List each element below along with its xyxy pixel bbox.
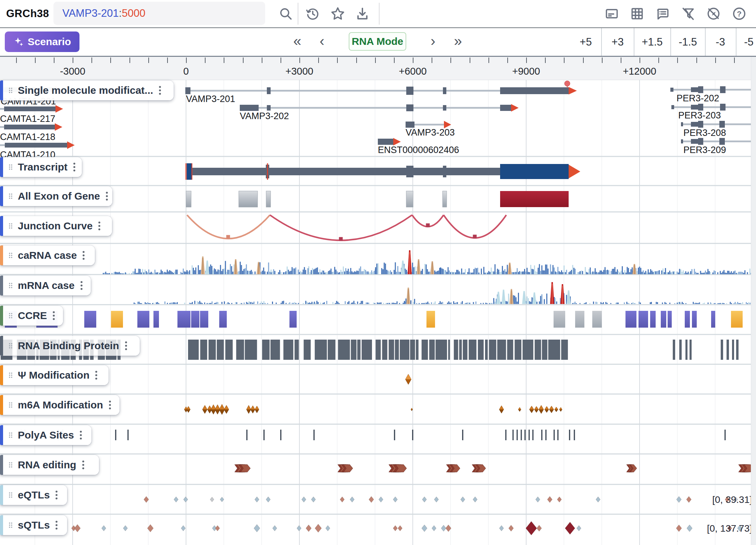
drag-handle-icon[interactable]: [8, 282, 13, 289]
track-pill-polya-sites[interactable]: PolyA Sites: [0, 425, 91, 445]
qtl-point[interactable]: [369, 496, 374, 503]
ccre-element-purple[interactable]: [639, 311, 648, 328]
track-junction-curve-content[interactable]: [187, 215, 506, 241]
qtl-point[interactable]: [350, 497, 355, 502]
qtl-point[interactable]: [676, 525, 682, 532]
qtl-point[interactable]: [123, 525, 128, 531]
track-m6a-content[interactable]: [184, 404, 562, 415]
qtl-point[interactable]: [306, 525, 311, 532]
comment-icon[interactable]: [655, 6, 670, 21]
polya-site[interactable]: [524, 430, 526, 440]
ccre-element-purple[interactable]: [153, 311, 159, 328]
polya-site[interactable]: [505, 430, 507, 440]
ccre-element-purple[interactable]: [711, 311, 715, 328]
qtl-point[interactable]: [499, 525, 504, 531]
zoom-button--1.5[interactable]: -1.5: [679, 28, 697, 56]
ccre-element-yellow[interactable]: [426, 311, 435, 328]
kebab-menu-icon[interactable]: [106, 191, 108, 201]
ccre-element-purple[interactable]: [661, 311, 666, 328]
qtl-point[interactable]: [686, 496, 691, 503]
polya-site[interactable]: [313, 430, 315, 440]
compass-off-icon[interactable]: [706, 6, 721, 21]
polya-site[interactable]: [574, 430, 575, 440]
qtl-point[interactable]: [266, 497, 271, 502]
zoom-button--3[interactable]: -3: [716, 28, 725, 56]
qtl-point[interactable]: [215, 525, 220, 531]
kebab-menu-icon[interactable]: [125, 341, 127, 351]
polya-site[interactable]: [412, 430, 413, 440]
gene-PER3-203[interactable]: PER3-203: [671, 104, 756, 121]
card-icon[interactable]: [604, 6, 619, 21]
mode-badge[interactable]: RNA Mode: [349, 32, 406, 51]
qtl-point[interactable]: [311, 497, 316, 502]
ccre-element-purple[interactable]: [289, 311, 297, 328]
kebab-menu-icon[interactable]: [109, 400, 111, 410]
kebab-menu-icon[interactable]: [73, 162, 76, 172]
nav-forward[interactable]: ›: [431, 30, 435, 52]
qtl-point[interactable]: [302, 497, 306, 502]
gene-CAMTA1-217[interactable]: CAMTA1-217: [0, 105, 63, 124]
polya-site[interactable]: [115, 430, 116, 440]
editing-cluster[interactable]: [627, 465, 637, 472]
ccre-element-purple[interactable]: [685, 311, 690, 328]
polya-site[interactable]: [532, 430, 534, 440]
qtl-point[interactable]: [393, 525, 398, 531]
nav-fast-forward[interactable]: »: [454, 30, 462, 52]
gene-VAMP3-201[interactable]: VAMP3-201: [185, 81, 577, 104]
kebab-menu-icon[interactable]: [55, 520, 58, 530]
track-pill-rna-editing[interactable]: RNA editing: [0, 455, 99, 475]
polya-site[interactable]: [263, 430, 265, 440]
history-icon[interactable]: [305, 6, 320, 21]
ccre-element-yellow[interactable]: [111, 311, 123, 328]
track-pill-ccre[interactable]: CCRE: [0, 306, 63, 326]
assembly-label[interactable]: GRCh38: [6, 8, 49, 20]
drag-handle-icon[interactable]: [8, 461, 13, 468]
ccre-element-purple[interactable]: [650, 311, 656, 328]
polya-site[interactable]: [517, 430, 518, 440]
ccre-element-purple[interactable]: [177, 311, 190, 328]
editing-cluster[interactable]: [389, 465, 407, 472]
polya-site[interactable]: [127, 430, 129, 440]
ccre-element-purple[interactable]: [84, 311, 96, 328]
track-transcript-content[interactable]: [186, 163, 581, 180]
track-pill-sqtls[interactable]: sQTLs: [0, 515, 67, 535]
polya-site[interactable]: [545, 430, 547, 440]
track-pill-rna-binding-protein[interactable]: RNA Binding Protein: [0, 336, 140, 356]
qtl-point[interactable]: [174, 497, 178, 502]
track-pill-mrna-case[interactable]: mRNA case: [0, 276, 91, 295]
editing-cluster[interactable]: [472, 465, 486, 472]
qtl-point[interactable]: [422, 497, 427, 502]
track-pill-transcript[interactable]: Transcript: [0, 157, 82, 177]
ccre-element-purple[interactable]: [200, 311, 208, 328]
qtl-point[interactable]: [596, 497, 600, 502]
polya-site[interactable]: [521, 430, 522, 440]
track-pill-all-exon-of-gene[interactable]: All Exon of Gene: [0, 186, 112, 206]
kebab-menu-icon[interactable]: [80, 280, 83, 291]
qtl-point[interactable]: [473, 497, 478, 502]
polya-site[interactable]: [554, 430, 555, 440]
qtl-point[interactable]: [210, 497, 214, 502]
nav-backward[interactable]: ‹: [320, 30, 324, 52]
filter-off-icon[interactable]: [681, 6, 696, 21]
qtl-point[interactable]: [461, 497, 465, 502]
drag-handle-icon[interactable]: [8, 432, 13, 439]
polya-site[interactable]: [529, 430, 530, 440]
drag-handle-icon[interactable]: [8, 342, 13, 349]
download-icon[interactable]: [355, 6, 370, 21]
qtl-point[interactable]: [74, 524, 80, 532]
zoom-button-+5[interactable]: +5: [580, 28, 592, 56]
ccre-element-purple[interactable]: [668, 311, 672, 328]
qtl-point[interactable]: [181, 525, 186, 531]
qtl-point[interactable]: [144, 496, 149, 503]
qtl-point[interactable]: [220, 497, 224, 502]
qtl-point[interactable]: [255, 497, 259, 502]
drag-handle-icon[interactable]: [8, 492, 13, 498]
qtl-point[interactable]: [526, 521, 537, 535]
gene-ENST00000602406[interactable]: ENST00000602406: [378, 138, 459, 155]
kebab-menu-icon[interactable]: [82, 250, 85, 261]
qtl-point[interactable]: [422, 525, 427, 532]
editing-cluster[interactable]: [446, 465, 460, 472]
qtl-point[interactable]: [557, 497, 562, 502]
polya-site[interactable]: [462, 430, 463, 440]
star-icon[interactable]: [330, 6, 345, 21]
